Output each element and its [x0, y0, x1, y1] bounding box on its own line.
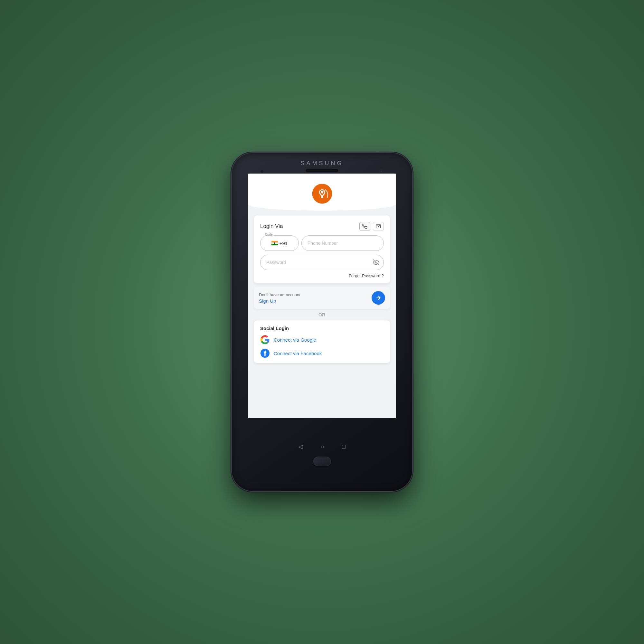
password-placeholder: Password	[266, 260, 286, 265]
email-login-btn[interactable]	[373, 222, 384, 231]
google-login-btn[interactable]: Connect via Google	[260, 335, 384, 345]
password-input[interactable]: Password	[260, 255, 384, 270]
sign-up-link[interactable]: Sign Up	[259, 298, 300, 304]
google-link-text[interactable]: Connect via Google	[274, 337, 316, 343]
forgot-password-row: Forgot Password ?	[260, 273, 384, 279]
signup-text-area: Don't have an account Sign Up	[259, 292, 300, 304]
physical-home-button[interactable]	[313, 457, 331, 466]
screen-content: Login Via	[248, 174, 396, 418]
no-account-text: Don't have an account	[259, 292, 300, 297]
email-icon	[376, 224, 381, 229]
bottom-bezel: ◁ ○ □	[298, 418, 346, 491]
top-bezel	[232, 167, 412, 174]
code-label: Code	[264, 233, 274, 236]
speaker	[306, 169, 338, 172]
screen: Login Via	[248, 174, 396, 418]
brand-label: SAMSUNG	[300, 160, 343, 167]
password-row: Password	[260, 255, 384, 270]
social-card: Social Login Connect via Google	[254, 320, 390, 363]
login-card: Login Via	[254, 215, 390, 283]
or-text: OR	[318, 312, 326, 317]
india-flag	[271, 241, 278, 245]
sensor	[261, 170, 263, 173]
login-via-label: Login Via	[260, 223, 283, 230]
go-button[interactable]	[372, 291, 385, 305]
home-nav-btn[interactable]: ○	[321, 443, 324, 450]
login-via-row: Login Via	[260, 222, 384, 231]
nav-buttons: ◁ ○ □	[298, 443, 346, 450]
country-code-value: +91	[279, 241, 288, 246]
phone-device: SAMSUNG	[232, 153, 412, 491]
phone-input-row: Code +91 Phone Number	[260, 235, 384, 251]
logo-section	[248, 174, 396, 211]
toggle-password-btn[interactable]	[373, 259, 379, 266]
google-icon	[260, 335, 270, 345]
app-logo	[312, 183, 333, 204]
or-divider: OR	[248, 312, 396, 317]
phone-icon	[362, 224, 367, 229]
recents-nav-btn[interactable]: □	[342, 443, 346, 450]
eye-off-icon	[373, 259, 379, 266]
facebook-login-btn[interactable]: Connect via Facebook	[260, 348, 384, 358]
login-type-icons	[359, 222, 384, 231]
forgot-password-link[interactable]: Forgot Password ?	[349, 273, 384, 278]
phone-number-input[interactable]: Phone Number	[301, 235, 384, 251]
arrow-right-icon	[375, 295, 382, 301]
phone-login-btn[interactable]	[359, 222, 370, 231]
svg-point-1	[321, 196, 323, 198]
back-nav-btn[interactable]: ◁	[298, 443, 303, 450]
facebook-link-text[interactable]: Connect via Facebook	[274, 351, 322, 356]
signup-section: Don't have an account Sign Up	[254, 287, 390, 309]
social-login-title: Social Login	[260, 326, 384, 331]
country-code-selector[interactable]: +91	[260, 235, 299, 251]
facebook-icon	[260, 348, 270, 358]
country-code-field: Code +91	[260, 235, 299, 251]
camera	[379, 169, 383, 173]
phone-placeholder: Phone Number	[308, 241, 338, 246]
